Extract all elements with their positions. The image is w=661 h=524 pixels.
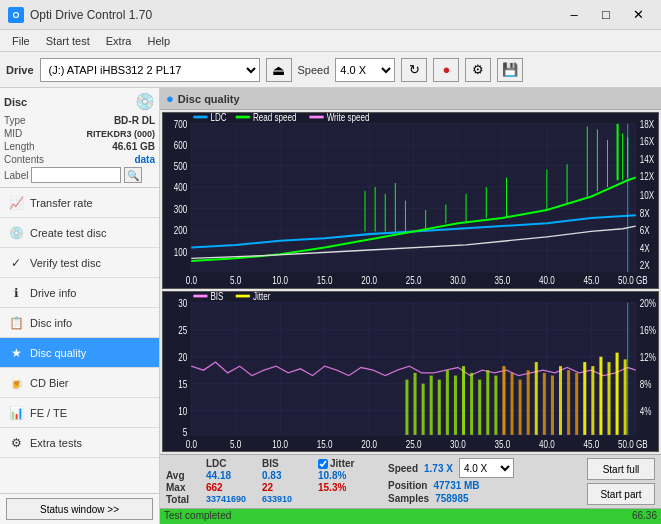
window-controls: – □ ✕ (559, 5, 653, 25)
close-button[interactable]: ✕ (623, 5, 653, 25)
svg-text:50.0 GB: 50.0 GB (618, 438, 648, 450)
svg-text:20%: 20% (640, 297, 657, 309)
svg-text:4%: 4% (640, 404, 652, 416)
svg-rect-133 (559, 366, 562, 435)
sidebar-item-create-test-disc[interactable]: 💿 Create test disc (0, 218, 159, 248)
svg-text:Jitter: Jitter (253, 292, 271, 302)
max-jitter: 15.3% (318, 482, 370, 493)
drive-select[interactable]: (J:) ATAPI iHBS312 2 PL17 (40, 58, 260, 82)
disc-mid-value: RITEKDR3 (000) (86, 129, 155, 139)
verify-test-disc-label: Verify test disc (30, 257, 101, 269)
svg-rect-123 (478, 380, 481, 435)
svg-rect-118 (438, 380, 441, 435)
samples-key: Samples (388, 493, 429, 504)
disc-info-icon: 📋 (8, 315, 24, 331)
svg-text:2X: 2X (640, 259, 650, 271)
svg-text:0.0: 0.0 (186, 438, 197, 450)
sidebar-item-transfer-rate[interactable]: 📈 Transfer rate (0, 188, 159, 218)
svg-text:30.0: 30.0 (450, 274, 466, 286)
jitter-checkbox[interactable] (318, 459, 328, 469)
jitter-label: Jitter (330, 458, 354, 469)
disc-mid-label: MID (4, 128, 22, 139)
max-bis: 22 (262, 482, 314, 493)
progress-fill (160, 509, 661, 524)
svg-rect-136 (583, 362, 586, 435)
svg-text:400: 400 (174, 181, 187, 193)
menu-start-test[interactable]: Start test (38, 33, 98, 49)
samples-row: Samples 758985 (388, 493, 514, 504)
start-full-button[interactable]: Start full (587, 458, 655, 480)
avg-label: Avg (166, 470, 202, 481)
svg-text:500: 500 (174, 159, 187, 171)
menu-bar: File Start test Extra Help (0, 30, 661, 52)
disc-label-input[interactable] (31, 167, 121, 183)
svg-text:8%: 8% (640, 377, 652, 389)
maximize-button[interactable]: □ (591, 5, 621, 25)
svg-text:LDC: LDC (210, 113, 226, 123)
svg-rect-145 (236, 295, 250, 298)
total-ldc: 33741690 (206, 494, 258, 505)
disc-label-button[interactable]: 🔍 (124, 167, 142, 183)
svg-text:30: 30 (178, 297, 187, 309)
disc-type-row: Type BD-R DL (4, 115, 155, 126)
position-value: 47731 MB (433, 480, 479, 491)
jitter-header: Jitter (318, 458, 370, 469)
svg-text:200: 200 (174, 224, 187, 236)
menu-extra[interactable]: Extra (98, 33, 140, 49)
save-button[interactable]: 💾 (497, 58, 523, 82)
sidebar-item-cd-bier[interactable]: 🍺 CD Bier (0, 368, 159, 398)
svg-text:35.0: 35.0 (495, 274, 511, 286)
svg-rect-114 (405, 380, 408, 435)
status-window-button[interactable]: Status window >> (6, 498, 153, 520)
disc-header-icon: 💿 (135, 92, 155, 111)
toolbar: Drive (J:) ATAPI iHBS312 2 PL17 ⏏ Speed … (0, 52, 661, 88)
drive-label: Drive (6, 64, 34, 76)
svg-text:12%: 12% (640, 351, 657, 363)
disc-length-row: Length 46.61 GB (4, 141, 155, 152)
speed-select-stats[interactable]: 4.0 X (459, 458, 514, 478)
sidebar-item-verify-test-disc[interactable]: ✓ Verify test disc (0, 248, 159, 278)
disc-type-label: Type (4, 115, 26, 126)
svg-rect-121 (462, 366, 465, 435)
svg-text:45.0: 45.0 (583, 438, 599, 450)
menu-file[interactable]: File (4, 33, 38, 49)
svg-text:16X: 16X (640, 135, 655, 147)
sidebar-item-drive-info[interactable]: ℹ Drive info (0, 278, 159, 308)
svg-text:50.0 GB: 50.0 GB (618, 274, 648, 286)
progress-label: Test completed (164, 510, 231, 521)
content-icon: ● (166, 91, 174, 106)
menu-help[interactable]: Help (139, 33, 178, 49)
create-test-disc-label: Create test disc (30, 227, 106, 239)
eject-button[interactable]: ⏏ (266, 58, 292, 82)
sidebar-item-extra-tests[interactable]: ⚙ Extra tests (0, 428, 159, 458)
disc-button[interactable]: ● (433, 58, 459, 82)
svg-rect-120 (454, 376, 457, 435)
speed-value: 1.73 X (424, 463, 453, 474)
stats-bar: LDC BIS Jitter Avg 44.18 0.83 10.8% Max … (160, 454, 661, 508)
disc-quality-icon: ★ (8, 345, 24, 361)
svg-rect-134 (567, 370, 570, 435)
sidebar-item-fe-te[interactable]: 📊 FE / TE (0, 398, 159, 428)
svg-rect-122 (470, 373, 473, 435)
svg-text:20.0: 20.0 (361, 274, 377, 286)
progress-bar: Test completed 66.36 (160, 508, 661, 524)
speed-select[interactable]: 4.0 X (335, 58, 395, 82)
settings-button[interactable]: ⚙ (465, 58, 491, 82)
svg-rect-128 (519, 380, 522, 435)
svg-rect-143 (193, 295, 207, 298)
svg-rect-140 (616, 353, 619, 435)
svg-text:700: 700 (174, 118, 187, 130)
svg-text:12X: 12X (640, 170, 655, 182)
start-part-button[interactable]: Start part (587, 483, 655, 505)
refresh-button[interactable]: ↻ (401, 58, 427, 82)
svg-text:35.0: 35.0 (495, 438, 511, 450)
top-chart: 700 600 500 400 300 200 100 18X 16X 14X … (162, 112, 659, 289)
sidebar-item-disc-quality[interactable]: ★ Disc quality (0, 338, 159, 368)
speed-row: Speed 1.73 X 4.0 X (388, 458, 514, 478)
svg-text:18X: 18X (640, 118, 655, 130)
disc-length-value: 46.61 GB (112, 141, 155, 152)
svg-text:14X: 14X (640, 153, 655, 165)
charts-area: 700 600 500 400 300 200 100 18X 16X 14X … (160, 110, 661, 454)
minimize-button[interactable]: – (559, 5, 589, 25)
sidebar-item-disc-info[interactable]: 📋 Disc info (0, 308, 159, 338)
